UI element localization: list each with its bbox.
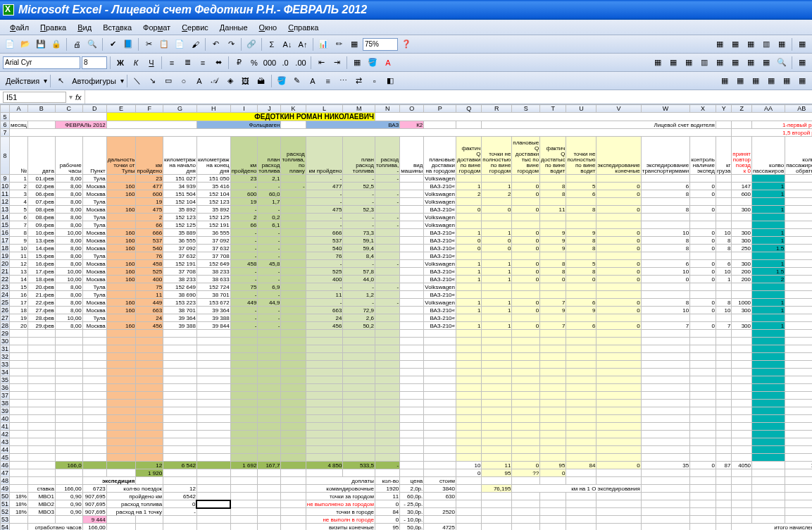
cell[interactable] [566, 198, 596, 206]
cell[interactable] [163, 438, 197, 446]
cell[interactable]: 7 [716, 322, 731, 330]
cell[interactable] [343, 454, 375, 462]
cell[interactable] [482, 376, 512, 384]
col-header[interactable]: G [163, 105, 197, 113]
cell[interactable]: 152 191 [196, 221, 230, 229]
cell[interactable]: ставка [27, 485, 55, 493]
cell[interactable] [540, 415, 566, 423]
cell[interactable] [55, 431, 82, 438]
cell[interactable] [641, 477, 690, 485]
cell[interactable]: 50,0р. [400, 524, 424, 531]
cell[interactable]: 11 [10, 252, 28, 260]
cell[interactable]: 0 [512, 299, 540, 307]
autoshapes-menu[interactable]: Автофигуры [69, 77, 119, 85]
cell[interactable]: 0 [596, 276, 641, 283]
menu-data[interactable]: Данные [220, 23, 248, 32]
cell[interactable]: 8,00 [55, 183, 82, 190]
cell[interactable] [375, 376, 399, 384]
cell[interactable]: 1 [456, 299, 482, 307]
cell[interactable] [163, 431, 197, 438]
clipart-icon[interactable]: 🖼 [239, 74, 253, 88]
cell[interactable] [10, 415, 28, 423]
col-header[interactable]: M [343, 105, 375, 113]
cell[interactable] [424, 516, 456, 524]
cell[interactable] [196, 500, 230, 508]
cell[interactable]: 0,2 [258, 214, 281, 221]
cell[interactable] [512, 330, 540, 338]
cell[interactable] [27, 438, 55, 446]
cell[interactable] [343, 353, 375, 361]
cell[interactable]: 151 027 [163, 175, 197, 183]
cell[interactable]: 160 [106, 237, 136, 245]
tb2-ext2-icon[interactable]: ▦ [666, 56, 680, 70]
col-header[interactable]: P [424, 105, 456, 113]
tb3-ext3-icon[interactable]: ▦ [749, 74, 763, 88]
cell[interactable]: 8,00 [55, 245, 82, 252]
cell[interactable] [424, 330, 456, 338]
cell[interactable] [196, 446, 230, 454]
col-header[interactable]: AB [785, 105, 812, 113]
cell[interactable] [106, 369, 136, 376]
row-header[interactable]: 18 [1, 245, 10, 252]
cell[interactable] [27, 384, 55, 392]
cell[interactable] [55, 454, 82, 462]
linestyle-icon[interactable]: ≡ [321, 74, 335, 88]
cell[interactable] [375, 392, 399, 400]
cell[interactable]: 20.фев [27, 283, 55, 291]
cell[interactable]: 1000 [732, 299, 752, 307]
cell[interactable] [690, 198, 716, 206]
cell[interactable] [716, 446, 731, 454]
cell[interactable]: 23 [230, 175, 258, 183]
cell[interactable] [375, 183, 399, 190]
cell[interactable]: 8,00 [55, 237, 82, 245]
cell[interactable] [281, 469, 306, 477]
cell[interactable]: 19 [10, 314, 28, 322]
row-header[interactable]: 54 [1, 524, 10, 531]
cell[interactable]: Volkswagen [424, 221, 456, 229]
cell[interactable] [424, 415, 456, 423]
cell[interactable]: Лицевой счет водителя [482, 121, 716, 129]
cell[interactable] [106, 438, 136, 446]
cell[interactable] [136, 384, 163, 392]
cell[interactable] [306, 338, 343, 345]
cell[interactable]: 153 223 [163, 299, 197, 307]
col-header[interactable]: L [306, 105, 343, 113]
cell[interactable] [566, 175, 596, 183]
cell[interactable] [716, 221, 731, 229]
cell[interactable]: - [258, 237, 281, 245]
cell[interactable]: 300 [732, 307, 752, 314]
cell[interactable]: план расход топлива [258, 137, 281, 175]
cell[interactable]: 151 504 [163, 190, 197, 198]
cell[interactable]: 19 [230, 198, 258, 206]
cell[interactable] [752, 462, 785, 469]
cell[interactable] [752, 345, 785, 353]
cell[interactable] [690, 423, 716, 431]
cell[interactable]: ВАЗ-210« [424, 245, 456, 252]
cell[interactable] [343, 469, 375, 477]
cell[interactable]: 39 364 [163, 314, 197, 322]
cell[interactable] [732, 438, 752, 446]
cell[interactable] [716, 469, 731, 477]
cell[interactable]: 0 [512, 206, 540, 214]
cell[interactable] [785, 438, 812, 446]
cell[interactable] [690, 369, 716, 376]
cell[interactable] [136, 446, 163, 454]
cell[interactable]: - [306, 299, 343, 307]
cell[interactable] [785, 400, 812, 407]
cell[interactable] [424, 369, 456, 376]
cell[interactable]: 66 [136, 221, 163, 229]
cell[interactable] [375, 400, 399, 407]
row-header[interactable]: 8 [1, 137, 10, 175]
cell[interactable] [690, 446, 716, 454]
cell[interactable] [690, 454, 716, 462]
cell[interactable] [400, 384, 424, 392]
cell[interactable]: 477 [136, 183, 163, 190]
cell[interactable]: Volkswagen [424, 260, 456, 268]
cell[interactable] [732, 400, 752, 407]
cell[interactable] [456, 198, 482, 206]
cell[interactable] [55, 469, 82, 477]
cell[interactable] [281, 221, 306, 229]
cell[interactable]: 475 [306, 206, 343, 214]
cell[interactable] [163, 524, 197, 531]
cell[interactable] [732, 214, 752, 221]
